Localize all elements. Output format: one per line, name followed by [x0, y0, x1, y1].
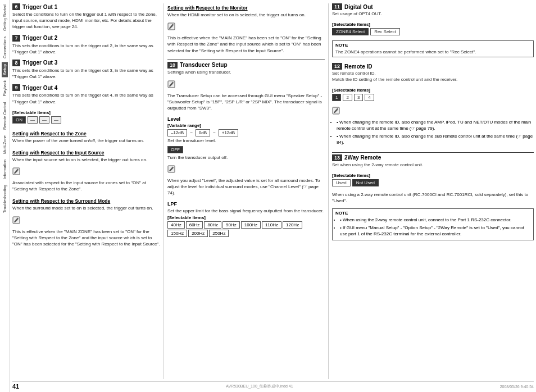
twoway-number: 13 [332, 154, 342, 161]
monitor-setting: Setting with Respect to the Monitor When… [167, 3, 325, 18]
twoway-title: 2Way Remote [344, 154, 381, 161]
digital-out-subtitle: Set usage of OPT4 OUT. [332, 11, 534, 16]
surround-body: When the surround mode set to on is sele… [12, 205, 160, 211]
btn-40hz[interactable]: 40Hz [167, 221, 185, 229]
trigger-out-2-body: This sets the conditions to turn on the … [12, 43, 160, 55]
btn-zone4-select[interactable]: ZONE4 Select [332, 28, 369, 35]
trigger-out-3-body: This sets the conditions to turn on the … [12, 67, 160, 80]
footer-right: 2008/05/26 9:40:54 [500, 385, 534, 389]
btn-remote-3[interactable]: 3 [354, 94, 363, 101]
trigger-out-1-number: 6 [12, 3, 20, 10]
trigger-out-2-number: 7 [12, 35, 20, 42]
btn-100hz[interactable]: 100Hz [241, 221, 261, 229]
btn-250hz[interactable]: 250Hz [209, 230, 229, 237]
trigger-out-4-number: 9 [12, 84, 20, 91]
btn-off[interactable]: OFF [167, 146, 183, 153]
twoway-selectable: [Selectable items] Used Not Used [332, 172, 534, 188]
sidebar-tab-playback[interactable]: Playback [2, 78, 8, 98]
surround-setting: Setting with Respect to the Surround Mod… [12, 197, 160, 211]
btn-remote-2[interactable]: 2 [343, 94, 352, 101]
lpf-freq-row: 40Hz 60Hz 80Hz 90Hz 100Hz 110Hz 120Hz [167, 221, 325, 229]
remote-id-subtitle2: Match the ID setting of the remote contr… [332, 77, 534, 82]
digital-note-body: The ZONE4 operations cannot be performed… [335, 49, 530, 55]
lpf-desc: Set the upper limit for the bass signal … [167, 208, 325, 214]
remote-note-2: • When changing the remote ID, also chan… [337, 133, 534, 145]
main-content: 6 Trigger Out 1 Select the conditions to… [10, 0, 536, 392]
pencil-icon-monitor [167, 21, 325, 31]
remote-id-section: 12 Remote ID Set remote control ID. Matc… [332, 63, 534, 83]
pencil-icon-5 [167, 165, 175, 173]
associated-note: Associated with respect to the input sou… [12, 180, 160, 192]
remote-notes: • When changing the remote ID, also chan… [332, 119, 534, 147]
digital-out-number: 11 [332, 3, 342, 10]
remote-note-1: • When changing the remote ID, also chan… [337, 119, 534, 131]
btn-minus12db[interactable]: –12dB [167, 129, 187, 136]
pencil-icon-surround [12, 215, 160, 225]
trigger-out-2-section: 7 Trigger Out 2 This sets the conditions… [12, 35, 160, 55]
trigger-btn-dash1[interactable]: — [28, 116, 38, 124]
lpf-heading: LPF [167, 201, 325, 207]
btn-110hz[interactable]: 110Hz [262, 221, 281, 229]
footer-left: AVR530BEU_100_印刷作成中.indd 41 [226, 384, 293, 389]
remote-selectable: [Selectable items] 1 2 3 4 [332, 87, 534, 102]
trigger-btn-dash3[interactable]: — [51, 116, 61, 124]
twoway-note-1: • When using the 2-way remote control un… [340, 217, 530, 223]
btn-not-used[interactable]: Not Used [352, 179, 379, 186]
twoway-note-title: NOTE [335, 211, 530, 216]
pencil-icon-transducer [167, 79, 325, 89]
twoway-subtitle: Set when using the 2-way remote control … [332, 162, 534, 167]
trigger-out-3-section: 8 Trigger Out 3 This sets the conditions… [12, 60, 160, 80]
transducer-subtitle: Settings when using transducer. [167, 70, 325, 75]
twoway-note: NOTE • When using the 2-way remote contr… [332, 208, 534, 240]
btn-used[interactable]: Used [332, 179, 351, 186]
btn-120hz[interactable]: 120Hz [283, 221, 302, 229]
lpf-selectable-label: [Selectable items] [167, 215, 325, 220]
variable-range-label: [Variable range] [167, 123, 325, 128]
btn-200hz[interactable]: 200Hz [188, 230, 208, 237]
btn-remote-1[interactable]: 1 [332, 94, 341, 101]
btn-150hz[interactable]: 150Hz [167, 230, 187, 237]
monitor-body: When the HDMI monitor set to on is selec… [167, 12, 325, 18]
column-1: 6 Trigger Out 1 Select the conditions to… [12, 3, 164, 379]
btn-80hz[interactable]: 80Hz [204, 221, 221, 229]
pencil-icon-1 [12, 167, 20, 175]
sidebar-tab-troubleshooting[interactable]: Troubleshooting [2, 183, 8, 215]
digital-note: NOTE The ZONE4 operations cannot be perf… [332, 40, 534, 57]
sidebar-tab-information[interactable]: Information [2, 157, 8, 181]
btn-60hz[interactable]: 60Hz [186, 221, 203, 229]
input-body: When the input source set to on is selec… [12, 157, 160, 163]
sidebar-tab-multi-zone[interactable]: Multi-Zone [2, 133, 8, 156]
remote-id-subtitle1: Set remote control ID. [332, 71, 534, 76]
level-desc: Set the transducer level. [167, 138, 325, 144]
trigger-out-1-section: 6 Trigger Out 1 Select the conditions to… [12, 3, 160, 30]
zone-body: When the power of the zone turned on/off… [12, 138, 160, 144]
lpf-freq-row2: 150Hz 200Hz 250Hz [167, 230, 325, 237]
sidebar: Getting Started Connections Setup Playba… [0, 0, 10, 392]
trigger-out-1-body: Select the conditions to turn on the tri… [12, 11, 160, 30]
trigger-out-2-title: Trigger Out 2 [22, 35, 57, 41]
pencil-icon-6 [332, 107, 340, 115]
pencil-icon-remote [332, 106, 534, 116]
remote-id-number: 12 [332, 63, 342, 70]
twoway-body: When using a 2-way remote control unit (… [332, 192, 534, 204]
variable-range-row: –12dB ~ 0dB ~ +12dB [167, 129, 325, 136]
btn-remote-4[interactable]: 4 [365, 94, 374, 101]
pencil-icon-4 [167, 80, 175, 88]
trigger-btn-dash2[interactable]: — [39, 116, 49, 124]
btn-plus12db[interactable]: +12dB [219, 129, 238, 136]
sidebar-tab-connections[interactable]: Connections [2, 34, 8, 61]
pencil-icon-3 [167, 22, 175, 30]
btn-rec-select[interactable]: Rec Select [370, 28, 400, 35]
sidebar-tab-getting-started[interactable]: Getting Started [2, 2, 8, 33]
level-heading: Level [167, 116, 325, 122]
btn-0db[interactable]: 0dB [196, 129, 210, 136]
twoway-notes: • When using the 2-way remote control un… [335, 217, 530, 237]
monitor-heading: Setting with Respect to the Monitor [167, 5, 325, 11]
btn-90hz[interactable]: 90Hz [222, 221, 240, 229]
trigger-selectable-items: [Selectable items] ON — — — [12, 110, 160, 125]
trigger-btn-on[interactable]: ON [12, 116, 26, 124]
column-3: 11 Digital Out Set usage of OPT4 OUT. [S… [328, 3, 534, 379]
sidebar-tab-remote-control[interactable]: Remote Control [2, 100, 8, 132]
sidebar-tab-setup[interactable]: Setup [2, 62, 8, 77]
trigger-out-4-title: Trigger Out 4 [22, 85, 57, 91]
